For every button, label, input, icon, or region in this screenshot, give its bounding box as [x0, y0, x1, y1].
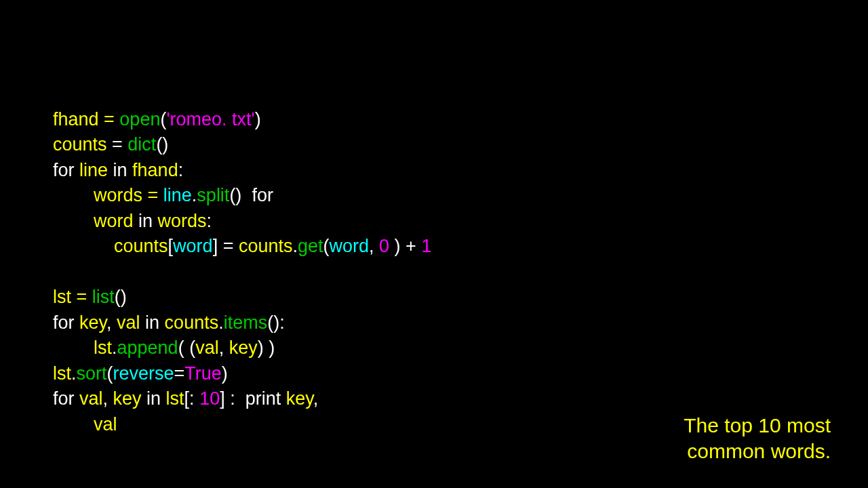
code-token: counts	[239, 236, 293, 256]
code-token: counts	[53, 236, 168, 256]
code-token: print	[245, 388, 286, 409]
code-token: [:	[184, 388, 200, 409]
code-token: key	[286, 388, 313, 409]
code-token: ) )	[258, 338, 275, 358]
code-token: ()	[115, 287, 127, 307]
code-token: key	[113, 388, 147, 409]
code-token: .	[292, 236, 298, 256]
code-token: ,	[369, 236, 379, 256]
code-token: val	[79, 388, 103, 409]
code-token: counts	[165, 312, 219, 333]
code-token: append	[117, 338, 178, 358]
code-token: [	[168, 236, 174, 256]
code-token: key	[79, 312, 106, 333]
code-token: ] :	[220, 388, 245, 409]
code-token: words	[158, 211, 207, 231]
code-token: ,	[106, 312, 117, 333]
code-token: for	[53, 312, 79, 333]
code-token: :	[207, 211, 212, 231]
code-token: True	[184, 363, 222, 384]
code-token: val	[195, 338, 219, 358]
code-token: items	[224, 312, 268, 333]
code-token: counts	[53, 134, 112, 155]
code-token: ()	[156, 134, 168, 155]
code-token: for	[53, 388, 79, 409]
code-token: lst	[53, 338, 112, 358]
code-token: word	[330, 236, 370, 256]
code-token: in	[145, 312, 165, 333]
code-token: 10	[199, 388, 220, 409]
code-token: open	[119, 109, 160, 129]
code-token: word	[173, 236, 213, 256]
code-token: ,	[313, 388, 319, 409]
code-token: val	[53, 414, 117, 434]
code-token: list	[92, 287, 115, 307]
code-token: ():	[267, 312, 284, 333]
code-token: in	[138, 211, 158, 231]
code-token: lst	[166, 388, 184, 409]
code-token: val	[117, 312, 145, 333]
caption-line: common words.	[684, 439, 831, 464]
code-token: lst	[53, 363, 71, 384]
code-token: ) +	[395, 236, 422, 256]
code-token: (	[323, 236, 330, 256]
code-block: fhand = open('romeo. txt') counts = dict…	[53, 81, 431, 437]
code-token: ( (	[178, 338, 195, 358]
code-token: word	[53, 211, 138, 231]
code-token: dict	[127, 134, 156, 155]
code-token: key	[229, 338, 258, 358]
code-token: for	[53, 160, 79, 180]
code-token: for	[252, 185, 273, 205]
code-token: .	[71, 363, 77, 384]
code-token: ,	[219, 338, 229, 358]
code-token: in	[146, 388, 166, 409]
code-token: sort	[77, 363, 107, 384]
code-token: fhand	[132, 160, 178, 180]
slide: fhand = open('romeo. txt') counts = dict…	[0, 0, 868, 488]
code-token: fhand =	[53, 109, 119, 129]
code-token: reverse	[113, 363, 174, 384]
code-token: line	[163, 185, 192, 205]
code-token: ()	[229, 185, 252, 205]
code-token: get	[298, 236, 323, 256]
code-token: line	[79, 160, 113, 180]
code-token: .	[218, 312, 224, 333]
code-token: =	[112, 134, 127, 155]
code-token: )	[255, 109, 261, 129]
code-token: )	[222, 363, 228, 384]
code-token: words =	[53, 185, 163, 205]
caption: The top 10 most common words.	[684, 413, 831, 464]
code-token: ,	[103, 388, 113, 409]
code-token: .	[112, 338, 117, 358]
code-token: ] =	[213, 236, 239, 256]
code-token: in	[113, 160, 133, 180]
caption-line: The top 10 most	[684, 413, 831, 439]
code-token: 0	[379, 236, 395, 256]
code-token: lst =	[53, 287, 92, 307]
code-token: split	[197, 185, 229, 205]
code-token: =	[174, 363, 185, 384]
code-token: (	[107, 363, 113, 384]
code-token: :	[178, 160, 184, 180]
code-token: 1	[421, 236, 431, 256]
code-token: 'romeo. txt'	[166, 109, 254, 129]
